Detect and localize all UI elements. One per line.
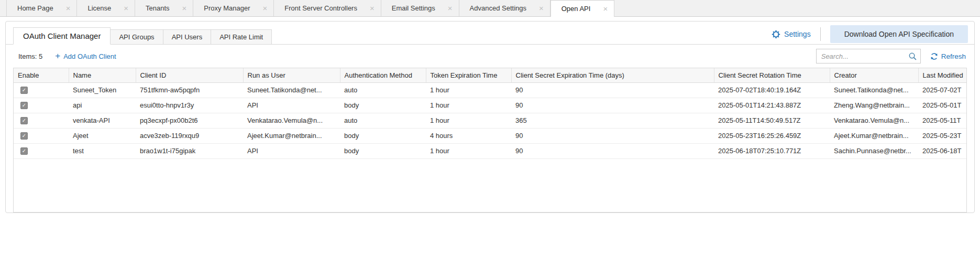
cell-token_expiration: 1 hour [426, 82, 511, 98]
cell-secret_rotation_time: 2025-06-18T07:25:10.771Z [714, 143, 830, 158]
cell-run_as_user: Ajeet.Kumar@netbrain... [243, 128, 340, 143]
cell-token_expiration: 1 hour [426, 143, 511, 158]
tab-label: License [87, 4, 111, 12]
cell-client_id: 751tfkmn-aw5pqpfn [136, 82, 243, 98]
col-client-secret-expiration-time-days: Client Secret Expiration Time (days) [511, 68, 714, 82]
tab-label: Open API [561, 5, 591, 13]
enable-checkbox[interactable]: ✓ [20, 102, 28, 109]
refresh-button[interactable]: Refresh [930, 52, 966, 60]
enable-checkbox[interactable]: ✓ [20, 87, 28, 94]
col-token-expiration-time: Token Expiration Time [426, 68, 511, 82]
close-icon[interactable]: × [603, 5, 608, 13]
cell-auth_method: body [340, 128, 426, 143]
top-tab-proxy-manager[interactable]: Proxy Manager× [193, 0, 274, 16]
cell-creator: Venkatarao.Vemula@n... [830, 113, 918, 128]
settings-button[interactable]: Settings [772, 30, 811, 39]
items-count: Items: 5 [18, 52, 42, 60]
close-icon[interactable]: × [262, 4, 267, 12]
cell-last_modified: 2025-07-02T [918, 82, 967, 98]
tab-label: Home Page [17, 4, 53, 12]
cell-run_as_user: API [243, 143, 340, 158]
cell-secret_expiration_days: 365 [511, 113, 714, 128]
cell-client_id: pq3ecxpf-px00b2t6 [136, 113, 243, 128]
top-tab-home-page[interactable]: Home Page× [6, 0, 77, 16]
table-row[interactable]: ✓apiesui0tto-hnpv1r3yAPIbody1 hour902025… [14, 98, 967, 113]
close-icon[interactable]: × [124, 4, 128, 12]
col-enable: Enable [14, 68, 69, 82]
subtab-label: API Groups [119, 33, 154, 41]
check-icon: ✓ [22, 88, 26, 93]
tab-label: Front Server Controllers [284, 4, 357, 12]
enable-checkbox[interactable]: ✓ [20, 132, 28, 140]
toolbar-right: Refresh [816, 49, 966, 63]
refresh-icon [930, 52, 938, 60]
open-api-panel: OAuth Client ManagerAPI GroupsAPI UsersA… [5, 21, 975, 213]
col-name: Name [69, 68, 136, 82]
col-last-modified: Last Modified [918, 68, 967, 82]
tab-label: Advanced Settings [470, 4, 526, 12]
subtab-api-users[interactable]: API Users [163, 29, 212, 45]
close-icon[interactable]: × [182, 4, 187, 12]
plus-icon: + [55, 51, 60, 60]
top-tab-open-api[interactable]: Open API× [550, 0, 614, 17]
cell-creator: Sachin.Punnase@netbr... [830, 143, 918, 158]
table-header-row: EnableNameClient IDRun as UserAuthentica… [14, 68, 967, 82]
subtab-label: API Users [172, 33, 203, 41]
top-tab-email-settings[interactable]: Email Settings× [381, 0, 459, 16]
table-row[interactable]: ✓venkata-APIpq3ecxpf-px00b2t6Venkatarao.… [14, 113, 967, 128]
check-icon: ✓ [22, 103, 26, 108]
cell-token_expiration: 1 hour [426, 98, 511, 113]
check-icon: ✓ [22, 118, 26, 123]
cell-secret_rotation_time: 2025-07-02T18:40:19.164Z [714, 82, 830, 98]
close-icon[interactable]: × [370, 4, 375, 12]
col-client-id: Client ID [136, 68, 243, 82]
add-oauth-client-label: Add OAuth Client [63, 52, 116, 60]
download-spec-button[interactable]: Download Open API Specification [830, 25, 968, 43]
cell-run_as_user: Venkatarao.Vemula@n... [243, 113, 340, 128]
add-oauth-client-button[interactable]: + Add OAuth Client [55, 52, 116, 60]
subtab-label: API Rate Limit [219, 33, 263, 41]
col-client-secret-rotation-time: Client Secret Rotation Time [714, 68, 830, 82]
table-row[interactable]: ✓testbrao1w1t-i75gipakAPIbody1 hour90202… [14, 143, 967, 158]
table-body: ✓Suneet_Token751tfkmn-aw5pqpfnSuneet.Tat… [14, 82, 967, 158]
subtab-oauth-client-manager[interactable]: OAuth Client Manager [13, 27, 111, 45]
check-icon: ✓ [22, 133, 26, 139]
enable-checkbox[interactable]: ✓ [20, 147, 28, 155]
oauth-clients-table: EnableNameClient IDRun as UserAuthentica… [13, 68, 967, 212]
top-tab-advanced-settings[interactable]: Advanced Settings× [459, 0, 550, 16]
cell-client_id: acve3zeb-119rxqu9 [136, 128, 243, 143]
search-box [816, 49, 921, 63]
tab-label: Tenants [146, 4, 170, 12]
cell-name: test [69, 143, 136, 158]
gear-icon [772, 30, 780, 39]
col-creator: Creator [830, 68, 918, 82]
cell-auth_method: body [340, 143, 426, 158]
cell-last_modified: 2025-05-01T [918, 98, 967, 113]
table-row[interactable]: ✓Ajeetacve3zeb-119rxqu9Ajeet.Kumar@netbr… [14, 128, 967, 143]
cell-creator: Suneet.Tatikonda@net... [830, 82, 918, 98]
cell-auth_method: auto [340, 113, 426, 128]
cell-secret_expiration_days: 90 [511, 82, 714, 98]
tab-label: Email Settings [392, 4, 435, 12]
cell-name: Suneet_Token [69, 82, 136, 98]
enable-checkbox[interactable]: ✓ [20, 117, 28, 124]
refresh-label: Refresh [941, 52, 966, 60]
check-icon: ✓ [22, 148, 26, 154]
search-icon[interactable] [908, 52, 917, 61]
search-input[interactable] [816, 49, 921, 63]
cell-secret_expiration_days: 90 [511, 128, 714, 143]
close-icon[interactable]: × [539, 4, 544, 12]
subtab-api-groups[interactable]: API Groups [110, 29, 163, 45]
cell-name: Ajeet [69, 128, 136, 143]
close-icon[interactable]: × [66, 4, 71, 12]
top-tab-tenants[interactable]: Tenants× [135, 0, 193, 16]
cell-secret_rotation_time: 2025-05-01T14:21:43.887Z [714, 98, 830, 113]
top-tab-front-server-controllers[interactable]: Front Server Controllers× [274, 0, 381, 16]
subtab-api-rate-limit[interactable]: API Rate Limit [211, 29, 272, 45]
cell-enable: ✓ [14, 98, 69, 113]
top-tab-license[interactable]: License× [77, 0, 135, 16]
cell-secret_rotation_time: 2025-05-23T16:25:26.459Z [714, 128, 830, 143]
cell-name: venkata-API [69, 113, 136, 128]
table-row[interactable]: ✓Suneet_Token751tfkmn-aw5pqpfnSuneet.Tat… [14, 82, 967, 98]
close-icon[interactable]: × [448, 4, 453, 12]
